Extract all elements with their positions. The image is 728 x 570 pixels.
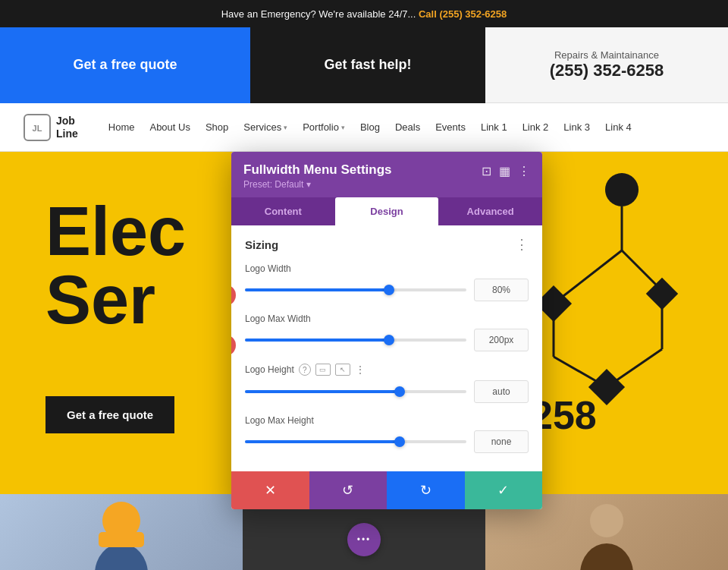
nav-item-link2[interactable]: Link 2 bbox=[515, 121, 557, 133]
logo-icon: JL bbox=[23, 113, 52, 142]
svg-rect-16 bbox=[99, 532, 144, 547]
svg-point-17 bbox=[590, 504, 623, 537]
nav-item-link3[interactable]: Link 3 bbox=[556, 121, 598, 133]
worker-illustration-left bbox=[76, 498, 167, 570]
logo-width-label: Logo Width bbox=[245, 263, 529, 274]
navbar: JL JobLine Home About Us Shop Services ▾… bbox=[0, 103, 728, 152]
fab-button[interactable]: ••• bbox=[347, 523, 381, 556]
worker-illustration-right bbox=[561, 498, 652, 570]
cursor-icon[interactable]: ↖ bbox=[335, 364, 350, 376]
tab-design[interactable]: Design bbox=[335, 197, 439, 225]
cta-blue-button[interactable]: Get a free quote bbox=[0, 27, 250, 103]
more-options-icon[interactable]: ⋮ bbox=[355, 364, 366, 376]
grid-icon[interactable]: ▦ bbox=[499, 164, 510, 178]
svg-point-15 bbox=[95, 543, 148, 570]
header-top: Get a free quote Get fast help! Repairs … bbox=[0, 27, 728, 103]
nav-item-portfolio[interactable]: Portfolio ▾ bbox=[295, 121, 353, 133]
hero-cta-button[interactable]: Get a free quote bbox=[46, 396, 174, 433]
logo-width-slider[interactable] bbox=[245, 288, 466, 291]
chevron-down-icon: ▾ bbox=[341, 124, 345, 131]
panel-footer: ✕ ↺ ↻ ✓ bbox=[231, 471, 542, 509]
logo-max-height-slider[interactable] bbox=[245, 440, 466, 443]
logo-max-width-slider-row: 200px bbox=[245, 329, 529, 351]
logo-max-height-slider-row: none bbox=[245, 430, 529, 453]
svg-rect-7 bbox=[646, 278, 678, 310]
nav-item-blog[interactable]: Blog bbox=[353, 121, 388, 133]
logo-height-slider[interactable] bbox=[245, 390, 466, 393]
panel-body: Sizing ⋮ Logo Width 80% 1 Logo Max Width bbox=[231, 225, 542, 471]
worker-image-left bbox=[0, 494, 243, 570]
nav-links: Home About Us Shop Services ▾ Portfolio … bbox=[101, 121, 705, 133]
logo-height-value[interactable]: auto bbox=[474, 380, 529, 403]
device-icon[interactable]: ▭ bbox=[315, 364, 331, 376]
emergency-bar: Have an Emergency? We're available 24/7.… bbox=[0, 0, 728, 27]
logo-height-setting: Logo Height ? ▭ ↖ ⋮ auto bbox=[245, 364, 529, 403]
logo-width-setting: Logo Width 80% 1 bbox=[245, 263, 529, 301]
emergency-text: Have an Emergency? We're available 24/7.… bbox=[221, 8, 416, 20]
hero-text-line2: Ser bbox=[46, 266, 186, 334]
cta-black-button[interactable]: Get fast help! bbox=[250, 27, 485, 103]
svg-text:JL: JL bbox=[33, 124, 42, 133]
logo-width-value[interactable]: 80% bbox=[474, 279, 529, 301]
logo-max-height-value[interactable]: none bbox=[474, 430, 529, 453]
logo-max-height-label: Logo Max Height bbox=[245, 415, 529, 426]
undo-button[interactable]: ↺ bbox=[309, 471, 388, 509]
panel-header: Fullwidth Menu Settings Preset: Default … bbox=[231, 152, 542, 197]
logo[interactable]: JL JobLine bbox=[23, 113, 78, 142]
nav-item-link1[interactable]: Link 1 bbox=[473, 121, 515, 133]
phone-number[interactable]: (255) 352-6258 bbox=[485, 61, 728, 80]
save-button[interactable]: ✓ bbox=[465, 471, 543, 509]
nav-item-link4[interactable]: Link 4 bbox=[598, 121, 639, 133]
preset-label: Preset: Default bbox=[243, 179, 303, 190]
panel-title-group: Fullwidth Menu Settings Preset: Default … bbox=[243, 162, 391, 190]
tab-content[interactable]: Content bbox=[231, 197, 335, 225]
logo-max-width-slider[interactable] bbox=[245, 339, 466, 342]
nav-item-services[interactable]: Services ▾ bbox=[236, 121, 295, 133]
step-badge-1: 1 bbox=[231, 285, 236, 306]
settings-panel: Fullwidth Menu Settings Preset: Default … bbox=[231, 152, 542, 509]
logo-text: JobLine bbox=[56, 115, 78, 140]
section-title: Sizing bbox=[245, 238, 278, 251]
svg-point-18 bbox=[580, 543, 633, 570]
panel-title: Fullwidth Menu Settings bbox=[243, 162, 391, 178]
section-more-icon[interactable]: ⋮ bbox=[515, 238, 529, 251]
tab-advanced[interactable]: Advanced bbox=[438, 197, 542, 225]
chevron-down-icon: ▾ bbox=[284, 124, 287, 131]
nav-item-events[interactable]: Events bbox=[428, 121, 473, 133]
nav-item-deals[interactable]: Deals bbox=[388, 121, 428, 133]
panel-preset[interactable]: Preset: Default ▾ bbox=[243, 179, 391, 190]
nav-item-shop[interactable]: Shop bbox=[198, 121, 236, 133]
header-phone: Repairs & Maintainance (255) 352-6258 bbox=[485, 49, 728, 80]
logo-max-height-setting: Logo Max Height none bbox=[245, 415, 529, 453]
logo-width-slider-row: 80% bbox=[245, 279, 529, 301]
help-icon[interactable]: ? bbox=[299, 364, 311, 376]
more-icon[interactable]: ⋮ bbox=[518, 164, 530, 178]
logo-max-width-label: Logo Max Width bbox=[245, 313, 529, 324]
hero-text-line1: Elec bbox=[46, 197, 186, 266]
panel-tabs: Content Design Advanced bbox=[231, 197, 542, 225]
logo-height-label: Logo Height ? ▭ ↖ ⋮ bbox=[245, 364, 529, 376]
logo-max-width-value[interactable]: 200px bbox=[474, 329, 529, 351]
cancel-button[interactable]: ✕ bbox=[231, 471, 309, 509]
nav-item-home[interactable]: Home bbox=[101, 121, 143, 133]
expand-icon[interactable]: ⊡ bbox=[482, 164, 491, 178]
svg-point-2 bbox=[605, 173, 639, 206]
panel-header-icons: ⊡ ▦ ⋮ bbox=[482, 164, 530, 178]
redo-button[interactable]: ↻ bbox=[387, 471, 465, 509]
logo-max-width-setting: Logo Max Width 200px 2 bbox=[245, 313, 529, 351]
phone-label: Repairs & Maintainance bbox=[485, 49, 728, 61]
chevron-down-icon: ▾ bbox=[306, 179, 311, 190]
step-badge-2: 2 bbox=[231, 335, 236, 356]
nav-item-about[interactable]: About Us bbox=[142, 121, 197, 133]
logo-height-slider-row: auto bbox=[245, 380, 529, 403]
emergency-phone[interactable]: Call (255) 352-6258 bbox=[419, 8, 507, 20]
section-header: Sizing ⋮ bbox=[245, 238, 529, 251]
